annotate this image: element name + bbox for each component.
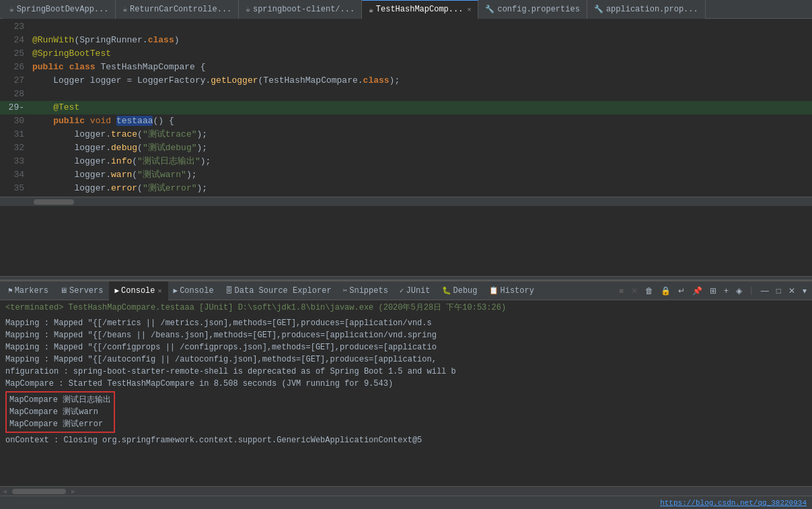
code-line-23: 23 xyxy=(0,20,812,34)
console-line-7: MapCompare 测试日志输出 xyxy=(9,394,111,406)
tab-markers[interactable]: ⚑ Markers xyxy=(3,281,54,300)
tab-history[interactable]: 📋 History xyxy=(484,281,540,300)
code-line-25: 25 @SpringBootTest xyxy=(0,47,812,61)
bottom-tab-bar: ⚑ Markers 🖥 Servers ▶ Console ✕ ▶ Consol… xyxy=(0,281,812,300)
code-editor: 23 24 @RunWith(SpringRunner.class) 25 @S… xyxy=(0,19,812,276)
console-line-3: Mapping : Mapped "{[/configprops || /con… xyxy=(5,341,807,353)
close-panel-button[interactable]: ✕ xyxy=(786,285,798,297)
junit-icon: ✓ xyxy=(400,286,404,295)
scroll-left-arrow[interactable]: ◀ xyxy=(0,487,9,496)
console-line-8: MapCompare 测试warn xyxy=(9,406,111,418)
status-bar: https://blog.csdn.net/qq_38220934 xyxy=(0,496,812,509)
toolbar-separator: | xyxy=(749,285,754,296)
tab-springbootdevapp[interactable]: ☕ SpringBootDevApp... xyxy=(3,0,116,19)
stop-button[interactable]: ■ xyxy=(616,285,626,297)
code-line-29: 29- @Test xyxy=(0,101,812,114)
tab-close-icon[interactable]: ✕ xyxy=(467,5,471,13)
clear-console-button[interactable]: 🗑 xyxy=(642,285,656,297)
console-line-10: onContext : Closing org.springframework.… xyxy=(5,434,807,446)
console-line-5: nfiguration : spring-boot-starter-remote… xyxy=(5,366,807,378)
code-line-32: 32 logger.debug("测试debug"); xyxy=(0,141,812,155)
code-line-35: 35 logger.error("测试error"); xyxy=(0,182,812,195)
servers-icon: 🖥 xyxy=(60,286,67,295)
java-file-icon-2: ☕ xyxy=(122,5,127,13)
prop-file-icon: 🔧 xyxy=(594,5,603,13)
code-line-24: 24 @RunWith(SpringRunner.class) xyxy=(0,34,812,47)
console-line-2: Mapping : Mapped "{[/beans || /beans.jso… xyxy=(5,329,807,341)
tab-servers[interactable]: 🖥 Servers xyxy=(54,281,109,300)
console-icon: ▶ xyxy=(114,286,119,295)
new-console-button[interactable]: + xyxy=(721,285,731,297)
pin-console-button[interactable]: 📌 xyxy=(690,285,705,297)
tab-returncarcontroller[interactable]: ☕ ReturnCarControlle... xyxy=(116,0,239,19)
java-file-icon: ☕ xyxy=(9,5,14,13)
markers-icon: ⚑ xyxy=(8,286,13,295)
display-selected-button[interactable]: ◈ xyxy=(733,285,745,297)
java-file-icon-4: ☕ xyxy=(369,5,373,14)
bottom-panel: ⚑ Markers 🖥 Servers ▶ Console ✕ ▶ Consol… xyxy=(0,280,812,496)
scroll-thumb[interactable] xyxy=(12,489,66,494)
console-scrollbar[interactable]: ◀ ▶ xyxy=(0,486,812,496)
tab-testhashmap[interactable]: ☕ TestHashMapComp... ✕ xyxy=(362,0,478,19)
word-wrap-button[interactable]: ↵ xyxy=(675,285,688,297)
debug-icon: 🐛 xyxy=(442,286,451,295)
console-line-6: MapCompare : Started TestHashMapCompare … xyxy=(5,378,807,390)
code-lines: 23 24 @RunWith(SpringRunner.class) 25 @S… xyxy=(0,19,812,197)
console2-icon: ▶ xyxy=(174,286,178,295)
console-line-1: Mapping : Mapped "{[/metrics || /metrics… xyxy=(5,317,807,329)
tab-junit[interactable]: ✓ JUnit xyxy=(394,281,437,300)
maximize-button[interactable]: □ xyxy=(774,285,784,297)
console-line-9: MapCompare 测试error xyxy=(9,418,111,430)
console-toolbar: ■ ✕ 🗑 🔒 ↵ 📌 ⊞ + ◈ | — □ ✕ ▾ xyxy=(616,285,809,297)
code-line-27: 27 Logger logger = LoggerFactory.getLogg… xyxy=(0,74,812,88)
code-line-28: 28 xyxy=(0,88,812,101)
tab-console-active[interactable]: ▶ Console ✕ xyxy=(109,281,168,300)
horizontal-scrollbar[interactable] xyxy=(0,197,812,206)
scroll-lock-button[interactable]: 🔒 xyxy=(658,285,673,297)
status-url[interactable]: https://blog.csdn.net/qq_38220934 xyxy=(660,499,807,507)
console-line-4: Mapping : Mapped "{[/autoconfig || /auto… xyxy=(5,353,807,366)
datasource-icon: 🗄 xyxy=(225,286,233,295)
snippets-icon: ✂ xyxy=(343,286,348,295)
history-icon: 📋 xyxy=(489,286,499,295)
tab-application-prop[interactable]: 🔧 application.prop... xyxy=(587,0,706,19)
open-console-button[interactable]: ⊞ xyxy=(707,285,719,297)
view-menu-button[interactable]: ▾ xyxy=(800,285,809,297)
tab-debug[interactable]: 🐛 Debug xyxy=(437,281,484,300)
code-line-33: 33 logger.info("测试日志输出"); xyxy=(0,155,812,168)
code-line-31: 31 logger.trace("测试trace"); xyxy=(0,128,812,141)
code-line-30: 30 public void testaaa() { xyxy=(0,114,812,128)
code-line-26: 26 public class TestHashMapCompare { xyxy=(0,61,812,74)
remove-launch-button[interactable]: ✕ xyxy=(628,285,640,297)
tab-console-2[interactable]: ▶ Console xyxy=(168,281,220,300)
config-file-icon: 🔧 xyxy=(485,5,494,13)
highlighted-log-box: MapCompare 测试日志输出 MapCompare 测试warn MapC… xyxy=(5,391,115,433)
tab-config-properties[interactable]: 🔧 config.properties xyxy=(478,0,587,19)
tab-snippets[interactable]: ✂ Snippets xyxy=(338,281,394,300)
editor-tab-bar: ☕ SpringBootDevApp... ☕ ReturnCarControl… xyxy=(0,0,812,19)
minimize-button[interactable]: — xyxy=(758,285,772,297)
java-file-icon-3: ☕ xyxy=(246,5,250,13)
code-line-34: 34 logger.warn("测试warn"); xyxy=(0,168,812,182)
console-status: <terminated> TestHashMapCompare.testaaa … xyxy=(0,300,812,314)
tab-console-close[interactable]: ✕ xyxy=(158,287,162,295)
tab-springboot-client[interactable]: ☕ springboot-client/... xyxy=(239,0,362,19)
scroll-right-arrow[interactable]: ▶ xyxy=(69,487,78,496)
tab-datasource[interactable]: 🗄 Data Source Explorer xyxy=(220,281,338,300)
console-output[interactable]: Mapping : Mapped "{[/metrics || /metrics… xyxy=(0,314,812,486)
